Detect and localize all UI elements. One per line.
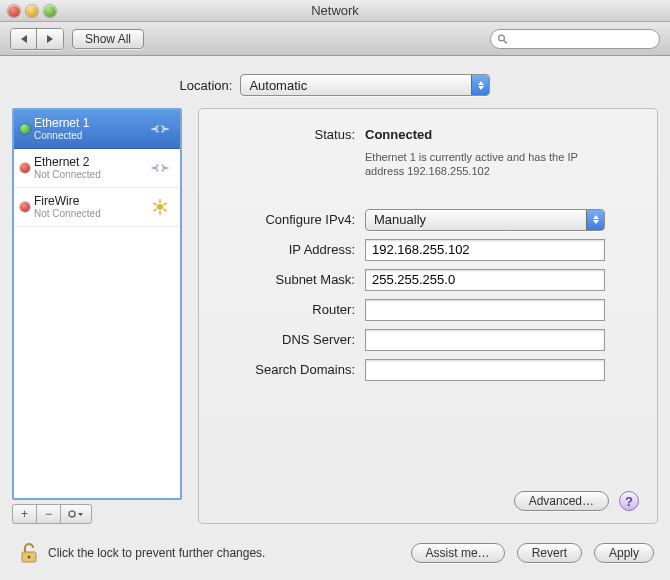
forward-button[interactable] (37, 29, 63, 49)
svg-point-0 (499, 35, 505, 41)
status-dot-icon (20, 163, 30, 173)
status-dot-icon (20, 202, 30, 212)
service-item-text: Ethernet 2 Not Connected (34, 156, 146, 180)
revert-button[interactable]: Revert (517, 543, 582, 563)
svg-point-5 (28, 556, 31, 559)
window-title: Network (0, 3, 670, 18)
status-label: Status: (215, 127, 355, 142)
sidebar-col: Ethernet 1 Connected Ethernet 2 Not Conn… (12, 108, 182, 524)
location-row: Location: Automatic (12, 74, 658, 96)
ethernet-icon (146, 120, 174, 138)
service-action-button[interactable] (61, 505, 91, 523)
detail-panel: Status: Connected Ethernet 1 is currentl… (198, 108, 658, 524)
content: Location: Automatic Ethernet 1 Connected (0, 56, 670, 580)
back-button[interactable] (11, 29, 37, 49)
zoom-icon[interactable] (44, 5, 56, 17)
search-domains-label: Search Domains: (215, 362, 355, 377)
subnet-input[interactable] (365, 269, 605, 291)
service-sub: Not Connected (34, 208, 146, 219)
firewire-icon (146, 197, 174, 217)
service-item-text: FireWire Not Connected (34, 195, 146, 219)
dns-input[interactable] (365, 329, 605, 351)
service-name: FireWire (34, 195, 146, 208)
configure-select[interactable]: Manually (365, 209, 605, 231)
subnet-label: Subnet Mask: (215, 272, 355, 287)
service-item-firewire[interactable]: FireWire Not Connected (14, 188, 180, 227)
status-description: Ethernet 1 is currently active and has t… (365, 150, 615, 179)
close-icon[interactable] (8, 5, 20, 17)
help-button[interactable]: ? (619, 491, 639, 511)
configure-select-value: Manually (374, 212, 426, 227)
services-list: Ethernet 1 Connected Ethernet 2 Not Conn… (12, 108, 182, 500)
ethernet-icon (146, 159, 174, 177)
nav-segmented (10, 28, 64, 50)
location-select[interactable]: Automatic (240, 74, 490, 96)
unlocked-lock-icon (19, 541, 39, 565)
settings-form: Status: Connected Ethernet 1 is currentl… (215, 127, 639, 381)
svg-point-3 (69, 511, 75, 517)
configure-label: Configure IPv4: (215, 212, 355, 227)
gear-icon (67, 509, 85, 519)
footer-buttons: Assist me… Revert Apply (411, 543, 658, 563)
lock-button[interactable] (18, 540, 40, 566)
service-name: Ethernet 2 (34, 156, 146, 169)
show-all-button[interactable]: Show All (72, 29, 144, 49)
service-name: Ethernet 1 (34, 117, 146, 130)
ip-label: IP Address: (215, 242, 355, 257)
assist-button[interactable]: Assist me… (411, 543, 505, 563)
status-dot-icon (20, 124, 30, 134)
search-domains-input[interactable] (365, 359, 605, 381)
dns-label: DNS Server: (215, 332, 355, 347)
minimize-icon[interactable] (26, 5, 38, 17)
window-footer: Click the lock to prevent further change… (12, 536, 658, 580)
window-controls (0, 5, 56, 17)
updown-icon (471, 75, 489, 95)
titlebar: Network (0, 0, 670, 22)
ip-input[interactable] (365, 239, 605, 261)
router-label: Router: (215, 302, 355, 317)
toolbar: Show All (0, 22, 670, 56)
router-input[interactable] (365, 299, 605, 321)
updown-icon (586, 210, 604, 230)
svg-point-2 (157, 204, 163, 210)
location-select-value: Automatic (249, 78, 307, 93)
advanced-button[interactable]: Advanced… (514, 491, 609, 511)
sidebar-buttons: + − (12, 504, 92, 524)
remove-service-button[interactable]: − (37, 505, 61, 523)
detail-footer: Advanced… ? (215, 483, 639, 511)
svg-line-1 (504, 40, 507, 43)
service-item-ethernet1[interactable]: Ethernet 1 Connected (14, 110, 180, 149)
search-field[interactable] (490, 29, 660, 49)
search-input[interactable] (512, 31, 653, 47)
service-item-ethernet2[interactable]: Ethernet 2 Not Connected (14, 149, 180, 188)
service-sub: Not Connected (34, 169, 146, 180)
main-split: Ethernet 1 Connected Ethernet 2 Not Conn… (12, 108, 658, 524)
search-icon (497, 33, 508, 45)
service-item-text: Ethernet 1 Connected (34, 117, 146, 141)
location-label: Location: (180, 78, 233, 93)
service-sub: Connected (34, 130, 146, 141)
status-value: Connected (365, 127, 432, 142)
lock-text: Click the lock to prevent further change… (48, 546, 265, 560)
apply-button[interactable]: Apply (594, 543, 654, 563)
add-service-button[interactable]: + (13, 505, 37, 523)
